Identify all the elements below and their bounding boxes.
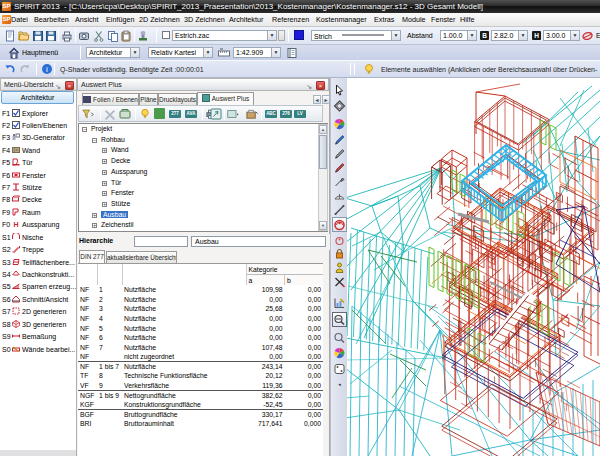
svg-text:i: i	[46, 65, 48, 74]
svg-text:H: H	[13, 221, 18, 228]
